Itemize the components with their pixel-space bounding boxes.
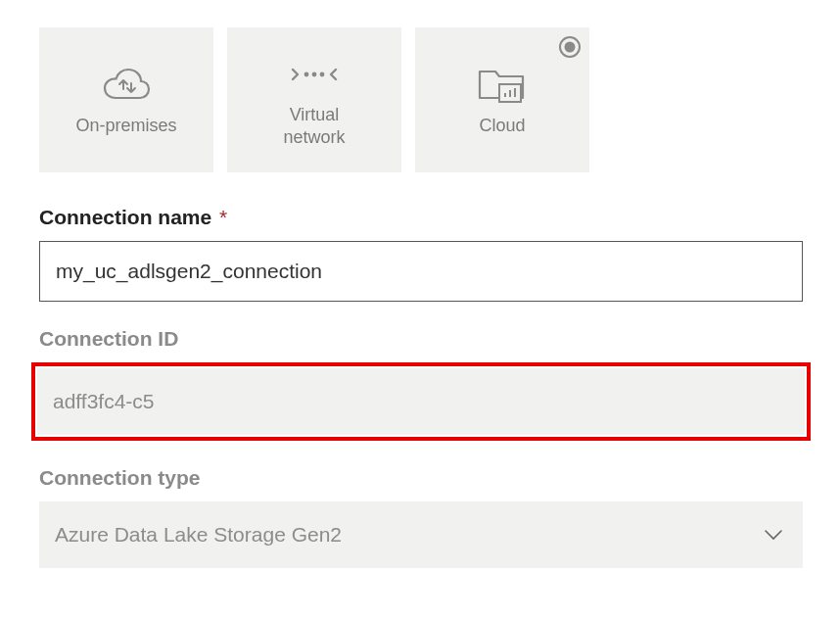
gateway-type-row: On-premises Virtual network <box>39 27 801 172</box>
cloud-sync-icon <box>100 62 153 109</box>
svg-point-0 <box>304 71 309 76</box>
connection-name-label: Connection name * <box>39 206 801 229</box>
connection-type-label: Connection type <box>39 466 801 490</box>
connection-id-label: Connection ID <box>39 327 801 351</box>
connection-type-group: Connection type Azure Data Lake Storage … <box>39 466 801 568</box>
svg-point-4 <box>565 42 576 53</box>
option-cloud[interactable]: Cloud <box>415 27 589 172</box>
connection-type-value: Azure Data Lake Storage Gen2 <box>55 523 342 547</box>
connection-type-select[interactable]: Azure Data Lake Storage Gen2 <box>39 501 803 568</box>
svg-point-2 <box>320 71 325 76</box>
required-asterisk: * <box>219 206 227 228</box>
svg-point-1 <box>312 71 317 76</box>
option-cloud-label: Cloud <box>479 115 525 137</box>
option-on-premises[interactable]: On-premises <box>39 27 213 172</box>
option-on-premises-label: On-premises <box>75 115 176 137</box>
connection-id-value: adff3fc4-c5 <box>37 368 805 435</box>
connection-name-input[interactable] <box>39 241 803 302</box>
connection-name-label-text: Connection name <box>39 206 211 228</box>
radio-selected-icon <box>558 35 582 59</box>
connection-name-group: Connection name * <box>39 206 801 302</box>
option-virtual-network-label: Virtual network <box>283 104 345 150</box>
option-virtual-network[interactable]: Virtual network <box>227 27 401 172</box>
network-icon <box>290 51 339 98</box>
chevron-down-icon <box>764 529 783 541</box>
folder-chart-icon <box>476 62 529 109</box>
connection-id-group: Connection ID adff3fc4-c5 <box>39 327 801 441</box>
connection-id-highlight: adff3fc4-c5 <box>31 362 811 441</box>
connection-id-text: adff3fc4-c5 <box>53 390 155 413</box>
